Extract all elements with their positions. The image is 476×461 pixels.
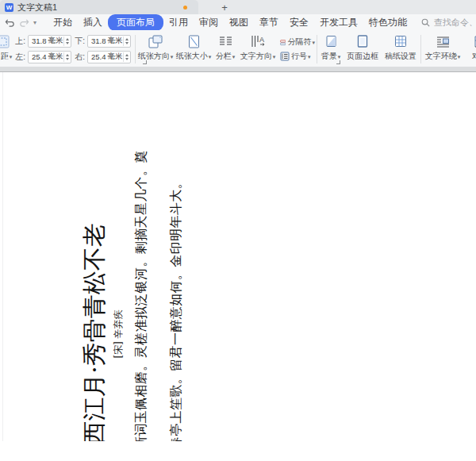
margin-bottom-label: 下: <box>74 36 85 47</box>
tab-home[interactable]: 开始 <box>48 15 78 30</box>
paper-size-icon <box>188 34 200 48</box>
margin-bottom-value: 31.8 <box>91 36 106 45</box>
document-tab-title: 文字文稿1 <box>17 2 57 13</box>
background-label: 背景 <box>321 51 337 62</box>
breaks-linenumbers-group: 分隔符▾ 行号▾ <box>278 32 315 67</box>
manuscript-grid-icon <box>394 34 407 48</box>
redo-icon[interactable] <box>19 17 29 28</box>
page-edge-line <box>2 72 3 441</box>
caret-down-icon: ▾ <box>312 40 315 45</box>
text-direction-button[interactable]: A 文字方向▾ <box>239 32 277 67</box>
margins-button[interactable]: 距▾ <box>0 32 13 67</box>
tab-review[interactable]: 审阅 <box>194 15 224 30</box>
margin-top-spinner[interactable] <box>63 36 69 46</box>
margin-bottom-unit: 毫米 <box>108 36 124 46</box>
caret-down-icon: ▾ <box>458 54 461 60</box>
text-wrap-button[interactable]: 文字环绕▾ <box>423 32 463 67</box>
caret-down-icon: ▾ <box>209 54 212 60</box>
margin-right-input[interactable]: 25.4 毫米 <box>87 51 131 63</box>
margin-bottom-input[interactable]: 31.8 毫米 <box>87 35 131 48</box>
document-rotated-text-block: 西江月·秀骨青松不老 [宋] 辛弃疾 秀骨青松不老，新词玉佩相磨。灵槎准拟泛银河… <box>76 128 194 441</box>
tab-view[interactable]: 视图 <box>224 15 254 30</box>
margin-right-label: 右: <box>74 52 85 63</box>
breaks-icon <box>280 38 286 47</box>
poem-line: 枕楼东风月，驻春亭上笙歌。留君一醉意如何。金印明年斗大。 <box>159 128 194 441</box>
line-numbers-icon <box>280 52 290 61</box>
page-border-label: 页面边框 <box>347 51 378 62</box>
poem-author: [宋] 辛弃疾 <box>113 128 124 441</box>
dialog-launcher-icon[interactable] <box>143 60 147 64</box>
new-tab-button[interactable]: + <box>217 0 232 14</box>
margin-right-spinner[interactable] <box>123 52 129 62</box>
margins-label: 距 <box>1 51 9 62</box>
line-numbers-button[interactable]: 行号▾ <box>280 51 315 62</box>
columns-label: 分栏 <box>216 51 232 62</box>
toolbar-separator <box>420 35 421 63</box>
margin-left-input[interactable]: 25.4 毫米 <box>28 51 71 63</box>
command-search[interactable]: 查找命令、搜索模板 <box>420 17 476 29</box>
tab-dev-tools[interactable]: 开发工具 <box>314 15 363 30</box>
text-wrap-label: 文字环绕 <box>425 51 457 62</box>
align-label: 对齐 <box>472 51 476 62</box>
tab-security[interactable]: 安全 <box>284 15 314 30</box>
document-tab[interactable]: W 文字文稿1 <box>0 0 198 14</box>
align-button[interactable]: 对齐 <box>464 32 476 67</box>
margin-left-label: 左: <box>14 52 25 63</box>
text-direction-label: 文字方向 <box>240 51 272 62</box>
margin-top-label: 上: <box>14 36 25 47</box>
tab-insert[interactable]: 插入 <box>78 15 108 30</box>
page-border-icon <box>357 34 368 48</box>
paper-orientation-icon <box>148 34 163 48</box>
margins-icon <box>2 34 11 48</box>
undo-icon[interactable] <box>5 17 15 28</box>
wps-logo-icon: W <box>5 3 13 12</box>
search-icon <box>420 17 431 28</box>
caret-down-icon: ▾ <box>10 54 13 60</box>
caret-down-icon: ▾ <box>232 54 236 60</box>
paper-size-button[interactable]: 纸张大小▾ <box>175 32 212 67</box>
margin-top-value: 31.8 <box>32 36 47 45</box>
tab-special-features[interactable]: 特色功能 <box>363 15 413 30</box>
unsaved-indicator-dot-icon <box>183 6 187 10</box>
poem-title: 西江月·秀骨青松不老 <box>76 128 113 441</box>
caret-down-icon: ▾ <box>308 54 311 60</box>
breaks-label: 分隔符 <box>287 36 311 48</box>
align-icon <box>474 34 476 48</box>
caret-down-icon: ▾ <box>171 54 174 60</box>
toolbar-separator <box>135 35 136 63</box>
margin-bottom-spinner[interactable] <box>123 36 129 46</box>
toolbar-separator <box>317 35 317 63</box>
quick-access-caret-icon[interactable]: ▾ <box>33 19 36 26</box>
margin-left-unit: 毫米 <box>48 52 64 62</box>
tab-section[interactable]: 章节 <box>254 15 284 30</box>
search-placeholder-text: 查找命令、搜索模板 <box>434 17 476 29</box>
ribbon-bottom-band <box>0 67 476 72</box>
page-layout-toolbar: 距▾ 上: 31.8 毫米 下: 31.8 毫米 左: 25.4 毫米 右 <box>0 30 476 67</box>
text-wrap-icon <box>436 34 450 48</box>
poem-line: 秀骨青松不老，新词玉佩相磨。灵槎准拟泛银河。剩摘天星几个。奠 <box>124 128 159 441</box>
margin-left-spinner[interactable] <box>63 52 69 62</box>
svg-text:A: A <box>259 36 264 44</box>
paper-size-label: 纸张大小 <box>176 51 208 62</box>
breaks-button[interactable]: 分隔符▾ <box>280 36 315 48</box>
columns-button[interactable]: 分栏▾ <box>213 32 237 67</box>
dialog-launcher-icon[interactable] <box>336 60 340 64</box>
margin-top-unit: 毫米 <box>48 36 64 46</box>
caret-down-icon: ▾ <box>273 54 276 60</box>
manuscript-setup-label: 稿纸设置 <box>385 51 416 62</box>
margin-settings-group: 上: 31.8 毫米 下: 31.8 毫米 左: 25.4 毫米 右: 25.4 <box>14 32 133 67</box>
caret-down-icon: ▾ <box>338 54 341 60</box>
titlebar: W 文字文稿1 + <box>0 0 476 14</box>
line-numbers-label: 行号 <box>291 51 307 62</box>
text-direction-icon: A <box>251 34 265 48</box>
document-page[interactable]: 西江月·秀骨青松不老 [宋] 辛弃疾 秀骨青松不老，新词玉佩相磨。灵槎准拟泛银河… <box>0 72 476 441</box>
margin-right-unit: 毫米 <box>108 52 124 62</box>
margin-left-value: 25.4 <box>32 52 47 61</box>
manuscript-setup-button[interactable]: 稿纸设置 <box>382 32 419 67</box>
margin-top-input[interactable]: 31.8 毫米 <box>28 35 71 48</box>
margin-right-value: 25.4 <box>91 52 106 61</box>
tab-page-layout[interactable]: 页面布局 <box>108 14 163 31</box>
tab-references[interactable]: 引用 <box>163 15 194 30</box>
columns-icon <box>219 34 232 48</box>
page-border-button[interactable]: 页面边框 <box>344 32 381 67</box>
